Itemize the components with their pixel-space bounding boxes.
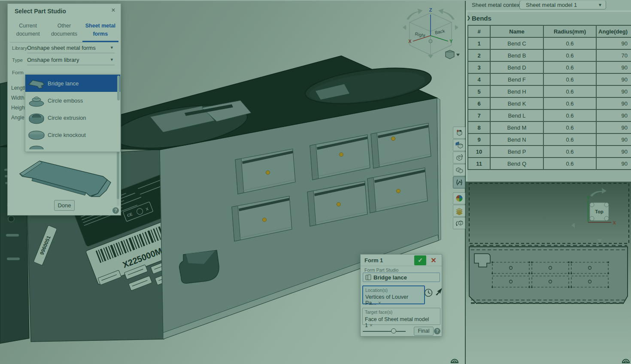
circle-emboss-icon: [25, 94, 48, 107]
bend-row[interactable]: 3Bend D0.690: [468, 61, 631, 73]
width-param-label: Width: [11, 95, 24, 101]
folded-view-icon[interactable]: [453, 139, 465, 151]
locations-field[interactable]: Location(s) Vertices of Louver Pa...×: [362, 285, 425, 304]
tab-current-document[interactable]: Current document: [10, 18, 46, 42]
view-options-button[interactable]: [446, 50, 460, 59]
view-modes-toolbar: [453, 127, 466, 189]
section-view-icon[interactable]: [453, 205, 465, 217]
render-options-icon[interactable]: [453, 127, 465, 139]
help-icon[interactable]: ?: [112, 207, 119, 214]
bend-row[interactable]: 11Bend Q0.690: [468, 158, 631, 170]
circle-extrusion-icon: [25, 111, 48, 124]
height-param-label: Height: [11, 105, 26, 111]
form-label: Form: [12, 70, 24, 75]
bend-row[interactable]: 8Bend M0.690: [468, 121, 631, 133]
feature-title: Form 1: [364, 257, 383, 264]
form-part-studio-field[interactable]: Bridge lance: [363, 273, 440, 282]
locations-label: Location(s): [365, 288, 422, 293]
form-part-studio-label: Form Part Studio: [364, 267, 398, 273]
form-preview: [14, 154, 117, 199]
chevron-down-icon: ▼: [110, 58, 114, 62]
clock-icon[interactable]: [424, 288, 433, 297]
library-label: Library: [12, 46, 27, 51]
flat-view-cube[interactable]: Top Y X: [587, 196, 616, 225]
circle-knockout-icon: [25, 129, 48, 141]
context-label: Sheet metal context:: [472, 2, 523, 8]
flat-pattern-panel: Sheet metal context: Sheet metal model 1…: [465, 0, 631, 364]
form-option-circle-emboss[interactable]: Circle emboss: [25, 92, 120, 109]
form-feature-dialog: Form 1 ✓ ✕ Form Part Studio Bridge lance…: [360, 254, 442, 337]
remove-icon[interactable]: ×: [368, 322, 373, 328]
form-option-circle-knockout[interactable]: Circle knockout: [25, 126, 120, 143]
axis-z-label: Z: [429, 7, 432, 12]
named-views-icon[interactable]: [453, 192, 465, 204]
bends-table: # Name Radius(mm) Angle(deg) 1Bend C0.69…: [467, 25, 631, 170]
bend-row[interactable]: 7Bend L0.690: [468, 109, 631, 121]
flat-pattern-viewport[interactable]: Top Y X: [466, 182, 631, 364]
close-icon[interactable]: ×: [109, 6, 117, 14]
flat-pattern-view-icon[interactable]: [453, 152, 465, 164]
bend-row[interactable]: 10Bend P0.690: [468, 146, 631, 158]
help-headset-icon[interactable]: [450, 356, 459, 364]
simplified-view-icon[interactable]: [453, 164, 465, 176]
bends-section: ❯ Bends # Name Radius(mm) Angle(deg) 1Be…: [467, 12, 631, 181]
flat-pattern-part[interactable]: [469, 246, 628, 303]
app-window: CE X: [0, 0, 631, 364]
view-tools-toolbar: [453, 192, 466, 230]
target-faces-field[interactable]: Target face(s) Face of Sheet metal model…: [362, 308, 440, 325]
bend-row[interactable]: 5Bend H0.690: [468, 85, 631, 97]
flat-axis-y-label: Y: [587, 196, 590, 200]
remove-icon[interactable]: ×: [376, 300, 381, 306]
dialog-tabs: Current document Other documents Sheet m…: [10, 18, 118, 42]
list-scrollbar[interactable]: [117, 76, 120, 100]
done-button[interactable]: Done: [54, 200, 75, 211]
type-select[interactable]: Onshape form library ▼: [27, 57, 115, 65]
locations-chip[interactable]: Vertices of Louver Pa...×: [365, 294, 422, 306]
part-studio-icon: [365, 274, 371, 281]
bend-row[interactable]: 2Bend B0.670: [468, 49, 631, 61]
sheet-metal-context-select[interactable]: Sheet metal model 1 ▼: [519, 0, 606, 9]
tab-sheet-metal-forms[interactable]: Sheet metal forms: [82, 18, 118, 42]
select-arrow-icon[interactable]: [434, 287, 443, 296]
target-faces-label: Target face(s): [365, 309, 438, 315]
final-button[interactable]: Final: [414, 327, 434, 336]
dialog-title: Select Part Studio: [15, 8, 66, 15]
select-part-studio-dialog: Select Part Studio × Current document Ot…: [7, 3, 121, 215]
collapse-chevron-icon[interactable]: ❯: [467, 15, 470, 21]
type-label: Type: [12, 58, 23, 63]
chevron-down-icon: ▼: [110, 46, 114, 50]
form-options-list: Bridge lance Circle emboss Circle extrus…: [25, 74, 121, 152]
form-option-circle-extrusion[interactable]: Circle extrusion: [25, 109, 120, 126]
axis-x-label: X: [408, 39, 412, 44]
rollback-slider[interactable]: [363, 331, 406, 332]
bend-row[interactable]: 6Bend K0.690: [468, 97, 631, 109]
help-headset-icon[interactable]: [622, 356, 630, 364]
accept-check-icon[interactable]: ✓: [414, 255, 426, 265]
form-option-partial[interactable]: [25, 143, 120, 149]
bridge-lance-icon: [25, 77, 48, 89]
axis-y-label: Y: [449, 39, 453, 44]
view-cube[interactable]: Right Back Z X Y: [403, 7, 460, 59]
bend-table-view-icon[interactable]: [453, 176, 465, 188]
flat-axis-x-label: X: [613, 221, 616, 225]
face-cutout: [179, 250, 219, 283]
context-bar: Sheet metal context: Sheet metal model 1…: [466, 0, 631, 10]
form-option-bridge-lance[interactable]: Bridge lance: [25, 75, 120, 92]
isometric-view-icon[interactable]: [453, 217, 465, 229]
bend-row[interactable]: 9Bend N0.690: [468, 133, 631, 146]
window-top-edge: [0, 0, 631, 1]
bends-header-row: # Name Radius(mm) Angle(deg): [468, 25, 631, 37]
bends-title: Bends: [472, 15, 491, 22]
cancel-x-icon[interactable]: ✕: [429, 255, 438, 265]
chevron-down-icon: ▼: [598, 3, 602, 7]
angle-param-label: Angle: [11, 115, 24, 121]
bend-row[interactable]: 1Bend C0.690: [468, 37, 631, 49]
tab-other-documents[interactable]: Other documents: [46, 18, 82, 42]
library-select[interactable]: Onshape sheet metal forms ▼: [27, 45, 115, 53]
flat-cube-top-label: Top: [595, 209, 604, 214]
help-icon[interactable]: ?: [434, 328, 440, 334]
bend-row[interactable]: 4Bend F0.690: [468, 73, 631, 85]
slider-knob[interactable]: [391, 328, 396, 334]
